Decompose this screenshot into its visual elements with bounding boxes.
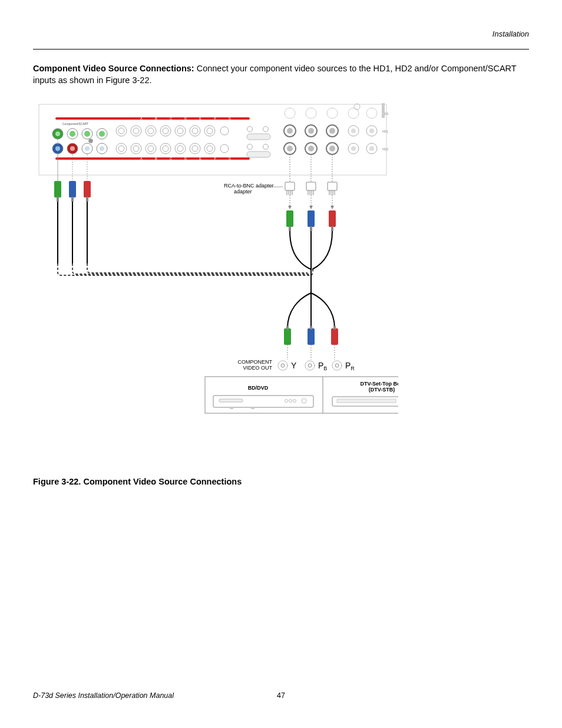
- svg-point-34: [88, 139, 93, 143]
- svg-rect-70: [247, 151, 270, 157]
- svg-point-90: [369, 146, 374, 151]
- manual-title: D-73d Series Installation/Operation Manu…: [33, 691, 174, 700]
- svg-point-33: [100, 146, 104, 151]
- svg-rect-150: [333, 326, 336, 330]
- svg-point-154: [281, 364, 285, 367]
- svg-rect-1: [55, 117, 250, 120]
- svg-point-74: [287, 128, 293, 134]
- svg-text:HD2: HD2: [382, 147, 388, 151]
- svg-marker-137: [330, 206, 334, 209]
- svg-point-88: [351, 146, 356, 151]
- svg-rect-147: [308, 328, 315, 345]
- figure-3-22: A B C D E F G A B C D E F G Component/SC…: [33, 98, 529, 464]
- svg-text:adapter: adapter: [234, 189, 252, 195]
- svg-rect-115: [306, 182, 316, 190]
- svg-text:F: F: [214, 156, 216, 160]
- svg-point-158: [335, 364, 339, 367]
- svg-rect-105: [54, 181, 61, 197]
- svg-rect-109: [84, 181, 91, 197]
- body-paragraph: Component Video Source Connections: Conn…: [33, 62, 529, 87]
- svg-rect-139: [289, 226, 291, 231]
- svg-text:(DTV-STB): (DTV-STB): [369, 387, 395, 393]
- svg-rect-69: [247, 134, 270, 140]
- svg-rect-179: [337, 399, 396, 403]
- svg-text:D: D: [184, 116, 187, 120]
- svg-point-23: [84, 131, 90, 137]
- svg-text:COMPONENT: COMPONENT: [238, 359, 273, 365]
- svg-text:HD1: HD1: [382, 130, 388, 133]
- svg-rect-171: [219, 399, 243, 402]
- header-rule: [33, 49, 529, 50]
- svg-rect-149: [331, 328, 338, 345]
- svg-point-76: [329, 128, 335, 134]
- svg-rect-100: [382, 103, 385, 118]
- svg-text:C: C: [170, 116, 172, 120]
- svg-text:RCA-to-BNC adapter: RCA-to-BNC adapter: [224, 183, 274, 189]
- svg-marker-135: [288, 206, 292, 209]
- svg-rect-106: [57, 197, 59, 202]
- svg-point-84: [287, 146, 293, 151]
- svg-point-156: [308, 364, 312, 367]
- svg-rect-145: [284, 328, 291, 345]
- svg-text:C: C: [170, 156, 172, 160]
- svg-point-29: [70, 146, 75, 151]
- svg-point-19: [55, 131, 60, 136]
- svg-rect-177: [251, 407, 254, 409]
- svg-point-25: [99, 131, 105, 137]
- page-number: 47: [277, 691, 285, 700]
- svg-text:G: G: [229, 156, 231, 160]
- section-name: Installation: [492, 29, 529, 38]
- svg-rect-110: [86, 197, 88, 202]
- svg-rect-141: [310, 226, 312, 231]
- svg-text:F: F: [214, 116, 216, 120]
- svg-text:PB: PB: [318, 361, 327, 371]
- svg-text:VIDEO OUT: VIDEO OUT: [243, 365, 272, 371]
- svg-point-75: [308, 128, 314, 134]
- svg-text:PR: PR: [345, 361, 355, 371]
- svg-rect-107: [69, 181, 76, 197]
- svg-text:G: G: [229, 116, 231, 120]
- svg-rect-2: [55, 157, 250, 160]
- svg-rect-140: [308, 210, 315, 227]
- svg-rect-138: [286, 210, 293, 227]
- svg-text:BD/DVD: BD/DVD: [248, 385, 269, 391]
- svg-rect-148: [310, 326, 312, 330]
- svg-point-85: [308, 146, 314, 151]
- svg-text:DTV-Set-Top Box: DTV-Set-Top Box: [361, 381, 398, 387]
- svg-rect-146: [286, 326, 289, 330]
- running-header: Installation: [33, 29, 529, 38]
- svg-point-80: [369, 129, 374, 133]
- svg-text:D: D: [184, 156, 187, 160]
- svg-rect-176: [230, 407, 233, 409]
- svg-point-86: [329, 146, 335, 151]
- svg-rect-116: [328, 182, 337, 190]
- svg-text:Y: Y: [291, 361, 297, 370]
- figure-caption: Figure 3-22. Component Video Source Conn…: [33, 477, 529, 486]
- svg-point-31: [85, 146, 90, 151]
- svg-text:Component/SCART: Component/SCART: [62, 122, 88, 126]
- paragraph-lead: Component Video Source Connections:: [33, 64, 194, 73]
- svg-rect-143: [331, 226, 333, 231]
- svg-rect-142: [329, 210, 336, 227]
- svg-rect-108: [71, 197, 74, 202]
- connection-diagram-svg: A B C D E F G A B C D E F G Component/SC…: [33, 98, 398, 464]
- svg-point-78: [351, 129, 356, 133]
- svg-rect-114: [285, 182, 295, 190]
- svg-point-21: [70, 131, 75, 137]
- svg-marker-136: [309, 206, 313, 209]
- page-footer: D-73d Series Installation/Operation Manu…: [33, 691, 529, 700]
